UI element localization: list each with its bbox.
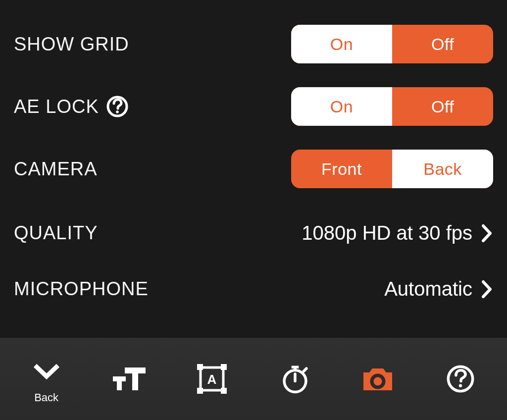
- show-grid-on[interactable]: On: [291, 25, 392, 63]
- svg-rect-8: [221, 364, 227, 370]
- question-circle-icon: [445, 363, 476, 395]
- toolbar-back[interactable]: Back: [12, 347, 81, 411]
- toolbar-camera[interactable]: [343, 347, 412, 411]
- question-circle-icon[interactable]: [106, 95, 129, 118]
- camera-front[interactable]: Front: [291, 150, 392, 188]
- svg-rect-7: [197, 364, 203, 370]
- label-group: CAMERA: [14, 158, 98, 180]
- svg-rect-5: [117, 376, 122, 390]
- show-grid-toggle[interactable]: On Off: [291, 25, 493, 63]
- toolbar-transform[interactable]: A: [177, 347, 247, 411]
- svg-rect-13: [291, 366, 299, 368]
- label-group: SHOW GRID: [14, 34, 129, 55]
- svg-rect-10: [221, 388, 227, 394]
- svg-rect-9: [197, 388, 203, 394]
- svg-point-1: [116, 110, 119, 113]
- chevron-down-icon: [29, 354, 64, 388]
- quality-value-group[interactable]: 1080p HD at 30 fps: [302, 222, 493, 244]
- svg-point-19: [459, 384, 462, 387]
- svg-text:A: A: [207, 372, 217, 387]
- row-microphone[interactable]: MICROPHONE Automatic: [14, 278, 493, 300]
- quality-value: 1080p HD at 30 fps: [302, 222, 472, 244]
- toolbar-text-size[interactable]: [95, 347, 164, 411]
- ae-lock-off[interactable]: Off: [392, 87, 493, 126]
- ae-lock-on[interactable]: On: [291, 87, 392, 126]
- microphone-value-group[interactable]: Automatic: [384, 278, 493, 300]
- label-group: AE LOCK: [14, 95, 129, 118]
- camera-label: CAMERA: [14, 158, 98, 180]
- camera-icon: [360, 362, 395, 396]
- show-grid-off[interactable]: Off: [392, 25, 493, 63]
- toolbar-help[interactable]: [426, 347, 495, 411]
- text-size-icon: [112, 362, 147, 396]
- microphone-label: MICROPHONE: [14, 278, 149, 300]
- bottom-toolbar: Back A: [0, 338, 507, 420]
- microphone-value: Automatic: [384, 278, 472, 300]
- quality-label: QUALITY: [14, 222, 98, 244]
- show-grid-label: SHOW GRID: [14, 34, 129, 55]
- timer-icon: [279, 363, 311, 395]
- row-ae-lock: AE LOCK On Off: [14, 87, 493, 126]
- chevron-right-icon: [481, 224, 493, 243]
- row-camera: CAMERA Front Back: [14, 150, 493, 188]
- chevron-right-icon: [481, 280, 493, 299]
- camera-back[interactable]: Back: [392, 150, 493, 188]
- toolbar-back-label: Back: [34, 391, 58, 404]
- ae-lock-toggle[interactable]: On Off: [291, 87, 493, 126]
- row-show-grid: SHOW GRID On Off: [14, 25, 493, 63]
- toolbar-timer[interactable]: [260, 347, 330, 411]
- svg-rect-3: [132, 368, 138, 390]
- transform-box-icon: A: [195, 362, 229, 396]
- svg-line-16: [304, 368, 306, 371]
- settings-panel: SHOW GRID On Off AE LOCK On Off CAMERA F…: [0, 0, 507, 338]
- row-quality[interactable]: QUALITY 1080p HD at 30 fps: [14, 222, 493, 244]
- ae-lock-label: AE LOCK: [14, 96, 99, 117]
- camera-toggle[interactable]: Front Back: [291, 150, 493, 188]
